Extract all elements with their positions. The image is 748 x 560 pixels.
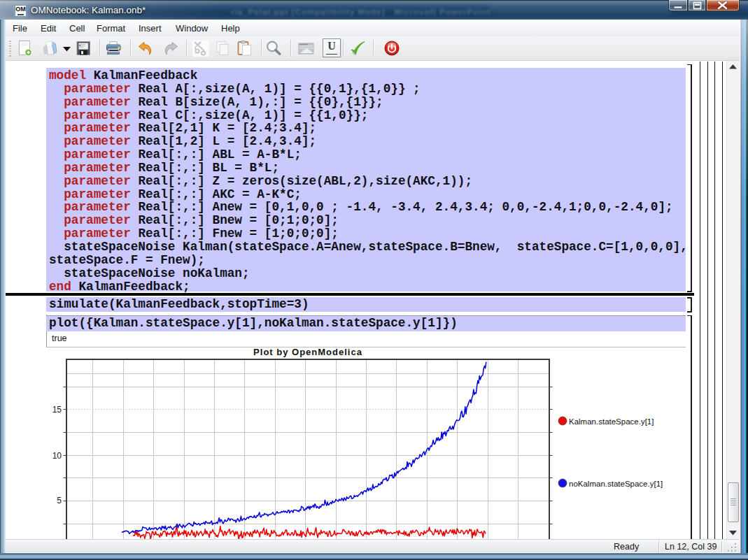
svg-text:10: 10 bbox=[52, 451, 62, 461]
svg-text:Kalman.stateSpace.y[1]: Kalman.stateSpace.y[1] bbox=[569, 417, 654, 426]
svg-text:15: 15 bbox=[52, 405, 62, 415]
svg-text:noKalman.stateSpace.y[1]: noKalman.stateSpace.y[1] bbox=[569, 480, 663, 488]
svg-text:5: 5 bbox=[57, 496, 62, 505]
svg-text:Plot by OpenModelica: Plot by OpenModelica bbox=[253, 347, 362, 357]
